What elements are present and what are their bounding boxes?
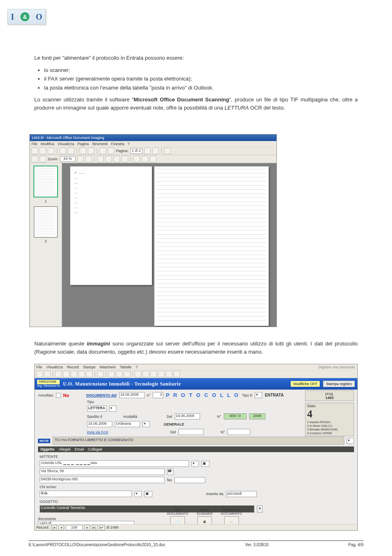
view-page-icon[interactable] <box>142 156 148 162</box>
prev-record-button[interactable]: ◂ <box>58 525 64 530</box>
del-date-input[interactable]: 19.06.2008 <box>175 413 200 419</box>
record-number-input[interactable]: 109 <box>66 525 83 530</box>
menu-item[interactable]: Visualizza <box>47 365 63 369</box>
menu-item[interactable]: Modifica <box>41 142 55 146</box>
tab-email[interactable]: Email <box>75 447 84 451</box>
sort-asc-icon[interactable] <box>135 371 141 377</box>
tipo-e-dropdown[interactable]: ▾ <box>255 392 262 398</box>
first-record-button[interactable]: |◂ <box>51 525 57 530</box>
last-record-icon[interactable] <box>78 371 85 377</box>
next-page-icon[interactable] <box>152 148 159 154</box>
num-input[interactable]: 609 / 0 <box>224 413 247 419</box>
page-input[interactable]: 1 di 2 <box>130 148 143 154</box>
page-thumbnail[interactable] <box>34 206 58 238</box>
zoom-out-icon[interactable] <box>85 156 92 162</box>
note-field[interactable]: TCI HA FORNITO LIBRETTO E CONSEGNATO <box>53 437 344 445</box>
open-icon[interactable] <box>31 148 38 154</box>
menu-item[interactable]: ? <box>127 142 129 146</box>
view-thumb-icon[interactable] <box>134 156 140 162</box>
prev-record-icon[interactable] <box>63 371 69 377</box>
tab-allegati[interactable]: Allegati <box>59 447 71 451</box>
apply-filter-icon[interactable] <box>166 371 172 377</box>
next-record-button[interactable]: ▸ <box>85 525 90 530</box>
menu-item[interactable]: Strumenti <box>92 142 108 146</box>
print-icon[interactable] <box>48 148 54 154</box>
document-viewport[interactable]: ✓ ………………………… <box>62 163 276 327</box>
note-dropdown-icon[interactable]: ▾ <box>347 438 354 444</box>
num2-input[interactable] <box>227 429 250 435</box>
anno-input[interactable]: 2008 <box>249 413 265 419</box>
first-record-icon[interactable] <box>55 371 62 377</box>
phone-icon[interactable]: ☎ <box>167 469 174 475</box>
del2-input[interactable] <box>178 429 204 435</box>
copy-icon[interactable] <box>116 371 122 377</box>
menu-item[interactable]: Finestra <box>111 142 125 146</box>
view-two-icon[interactable] <box>150 156 156 162</box>
modifiche-button[interactable]: Modifiche OFF <box>291 381 320 387</box>
menu-item[interactable]: File <box>31 142 38 146</box>
menu-item[interactable]: Maschere <box>100 365 116 369</box>
rotate-left-icon[interactable] <box>97 156 104 162</box>
zoom-in-icon[interactable] <box>77 156 84 162</box>
cut-icon[interactable] <box>60 148 66 154</box>
new-record-icon[interactable] <box>86 371 93 377</box>
lookup-button[interactable]: ▣ <box>201 461 209 467</box>
view-icon[interactable] <box>36 371 43 377</box>
remove-filter-icon[interactable] <box>174 371 180 377</box>
modalita-input[interactable]: Ordinaria <box>115 421 140 427</box>
invia-fax-link[interactable]: invia via FAX <box>87 430 108 434</box>
help-icon[interactable] <box>164 148 171 154</box>
paste-icon[interactable] <box>124 371 130 377</box>
last-record-button[interactable]: ▸| <box>92 525 98 530</box>
tipo-value[interactable]: LETTERA <box>87 406 107 412</box>
copy-icon[interactable] <box>68 148 74 154</box>
new-record-button[interactable]: ▸* <box>99 525 105 530</box>
filter-form-icon[interactable] <box>158 371 165 377</box>
fax-input[interactable] <box>174 477 205 483</box>
tipo-dropdown-icon[interactable]: ▾ <box>109 406 116 412</box>
spedito-date-input[interactable]: 19.06.2008 <box>87 421 112 427</box>
hand-tool-icon[interactable] <box>31 156 38 162</box>
cut-icon[interactable] <box>108 371 115 377</box>
modalita-dropdown-icon[interactable]: ▾ <box>143 421 150 427</box>
pen-icon[interactable] <box>122 156 128 162</box>
highlight-icon[interactable] <box>114 156 120 162</box>
menu-item[interactable]: Visualizza <box>58 142 74 146</box>
dropdown-icon[interactable]: ▾ <box>134 491 142 497</box>
save-icon[interactable] <box>40 148 46 154</box>
design-icon[interactable] <box>44 371 51 377</box>
doc-n-input[interactable]: 0 <box>153 392 163 398</box>
zoom-input[interactable]: 43 % <box>60 156 76 162</box>
prev-page-icon[interactable] <box>144 148 151 154</box>
mittente-input[interactable]: Azienda USL ▁ ▁ ▁. ▁ ▁ ▁ ▁rara <box>40 460 189 467</box>
next-record-icon[interactable] <box>71 371 77 377</box>
documento-label: documento <box>38 517 134 521</box>
send-icon[interactable] <box>100 148 106 154</box>
menu-item[interactable]: Stampe <box>83 365 96 369</box>
export-icon[interactable] <box>108 148 114 154</box>
page-thumbnail[interactable] <box>33 166 58 197</box>
menu-item[interactable]: ? <box>136 365 138 369</box>
select-tool-icon[interactable] <box>40 156 46 162</box>
tab-collegati[interactable]: Collegati <box>88 447 102 451</box>
menu-item[interactable]: Record <box>67 365 79 369</box>
menu-item[interactable]: File <box>36 365 42 369</box>
rotate-right-icon[interactable] <box>105 156 112 162</box>
tab-oggetto[interactable]: Oggetto <box>40 447 55 451</box>
doc-date-input[interactable]: 19.06.2008 <box>119 392 145 398</box>
dropdown-icon[interactable]: ▾ <box>192 461 199 467</box>
chi-scrive-input[interactable]: S.G. <box>40 491 132 497</box>
lookup-button[interactable]: ▣ <box>144 491 152 497</box>
find-icon[interactable] <box>97 371 104 377</box>
annullato-checkbox[interactable] <box>56 393 61 398</box>
find-icon[interactable] <box>88 148 94 154</box>
sort-desc-icon[interactable] <box>143 371 149 377</box>
menu-item[interactable]: Tabelle <box>120 365 131 369</box>
filter-icon[interactable] <box>150 371 157 377</box>
ocr-icon[interactable] <box>80 148 86 154</box>
stampa-button[interactable]: Stampa registro <box>323 381 355 387</box>
help-hint[interactable]: Digitare una domanda. <box>318 365 356 369</box>
menu-item[interactable]: Pagina <box>77 142 89 146</box>
cap-input[interactable]: 54038-Montignoso MS <box>40 477 165 483</box>
via-input[interactable]: Via Sforza, 58 <box>40 469 165 475</box>
